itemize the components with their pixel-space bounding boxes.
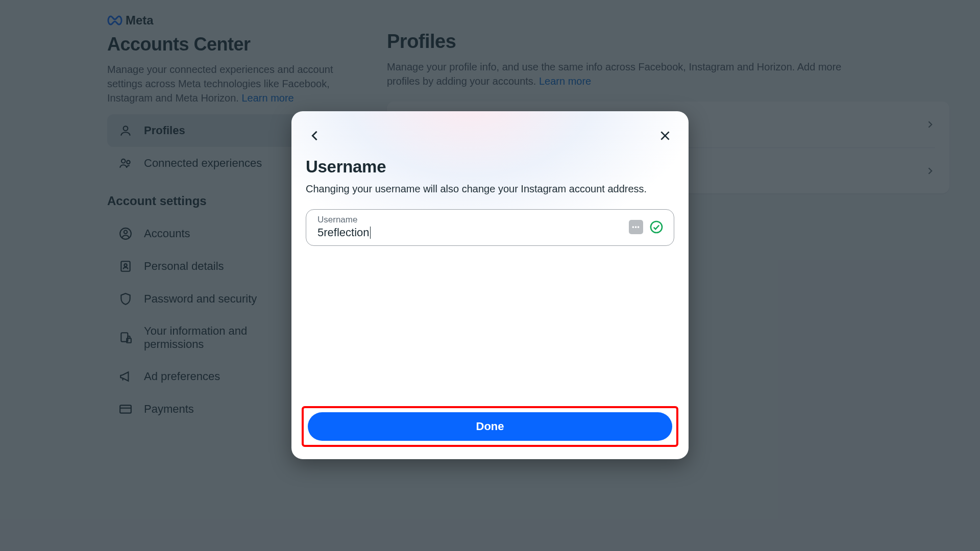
modal-header	[306, 126, 674, 146]
password-manager-icon[interactable]: •••	[629, 220, 643, 234]
chevron-left-icon	[308, 129, 322, 143]
close-icon	[658, 129, 672, 142]
done-button-highlight: Done	[302, 406, 678, 447]
username-input-value: 5reflection	[317, 226, 370, 239]
back-button[interactable]	[306, 127, 324, 145]
modal-container: Username Changing your username will als…	[0, 0, 980, 551]
username-field[interactable]: Username 5reflection •••	[306, 209, 674, 246]
username-field-label: Username	[317, 215, 623, 225]
modal-title: Username	[306, 157, 674, 177]
modal-subtitle: Changing your username will also change …	[306, 182, 674, 196]
close-button[interactable]	[656, 127, 674, 145]
text-cursor	[370, 227, 371, 239]
check-circle-icon	[649, 220, 664, 234]
username-input[interactable]: 5reflection	[317, 226, 623, 239]
username-modal: Username Changing your username will als…	[291, 111, 689, 459]
done-button[interactable]: Done	[308, 412, 672, 441]
svg-point-13	[651, 221, 662, 233]
username-input-wrap: Username 5reflection	[317, 215, 623, 239]
